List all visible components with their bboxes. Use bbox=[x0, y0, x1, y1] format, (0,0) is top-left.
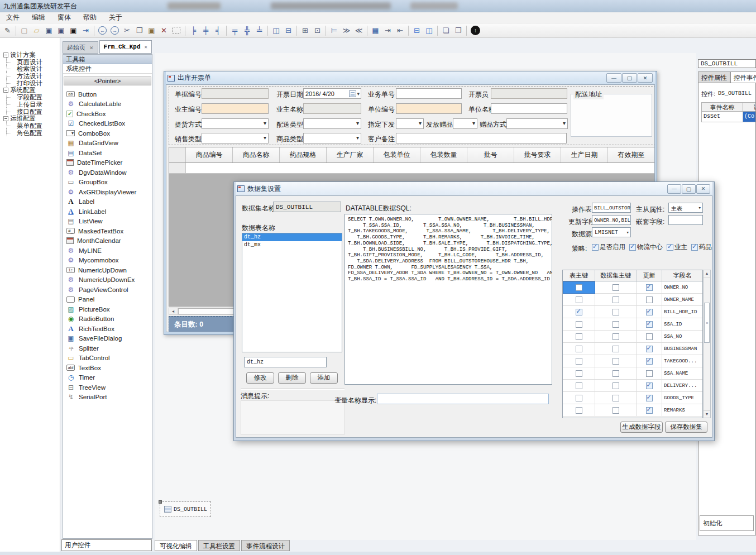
toolbox-item[interactable]: ◉RadioButton bbox=[63, 314, 151, 324]
grid-column-header[interactable]: 批号要求 bbox=[514, 147, 561, 162]
tray-dataset-component[interactable]: DS_OUTBILL bbox=[160, 501, 211, 517]
send-back-icon[interactable]: ❐ bbox=[452, 25, 464, 36]
delete-button[interactable]: 删除 bbox=[278, 372, 306, 384]
chevron-down-icon[interactable]: ▾ bbox=[357, 91, 361, 97]
same-width-icon[interactable]: ◫ bbox=[270, 25, 282, 36]
user-controls-header[interactable]: 用户控件 bbox=[61, 539, 152, 551]
checkbox-icon[interactable] bbox=[613, 346, 619, 352]
table-cell[interactable] bbox=[595, 404, 637, 417]
align-right-icon[interactable]: ╡ bbox=[212, 25, 224, 36]
toolbox-item[interactable]: ⊟TreeView bbox=[63, 382, 151, 393]
checkbox-icon[interactable] bbox=[646, 333, 653, 340]
checkbox-icon[interactable] bbox=[646, 284, 653, 291]
checkbox-icon[interactable] bbox=[646, 321, 653, 328]
list-item[interactable]: dt_hz bbox=[242, 233, 342, 241]
back-icon[interactable]: ← bbox=[98, 26, 107, 35]
tab-visual-edit[interactable]: 可视化编辑 bbox=[155, 540, 197, 551]
toolbox-item[interactable]: MonthCalendar bbox=[63, 236, 151, 246]
table-cell[interactable] bbox=[637, 355, 662, 367]
table-cell[interactable] bbox=[563, 306, 595, 318]
master-combobox[interactable]: 主表 bbox=[668, 203, 703, 213]
toolbox-item[interactable]: ◷Timer bbox=[63, 373, 151, 383]
save-as-icon[interactable]: ▣ bbox=[55, 25, 67, 36]
checkbox-icon[interactable] bbox=[613, 407, 619, 414]
toolbox-item[interactable]: ⚙AxGRDisplayViewer bbox=[63, 187, 151, 197]
maximize-button[interactable] bbox=[622, 73, 637, 83]
toolbox-item[interactable]: ☑CheckedListBox bbox=[63, 119, 151, 129]
scrollbar-thumb[interactable]: ≡ bbox=[704, 303, 710, 343]
delete-icon[interactable]: ✕ bbox=[158, 25, 170, 36]
table-cell[interactable] bbox=[637, 331, 662, 343]
checkbox-icon[interactable] bbox=[646, 395, 653, 401]
checkbox-icon[interactable] bbox=[667, 244, 673, 251]
toolbox-item[interactable]: ▤ListView bbox=[63, 217, 151, 227]
tree-node[interactable]: 角色配置 bbox=[0, 130, 60, 137]
menu-item[interactable]: 帮助 bbox=[77, 12, 103, 23]
align-center-icon[interactable]: ╪ bbox=[200, 25, 212, 36]
pickup-mode-combobox[interactable] bbox=[202, 118, 269, 129]
toolbox-item[interactable]: 1↕NumericUpDown bbox=[63, 265, 151, 275]
table-cell[interactable] bbox=[563, 404, 595, 417]
same-height-icon[interactable]: ⊟ bbox=[283, 25, 294, 36]
menu-item[interactable]: 窗体 bbox=[51, 12, 77, 23]
event-name-cell[interactable]: DsSet bbox=[702, 112, 743, 122]
toolbox-item[interactable]: ▤DataSet bbox=[63, 148, 151, 158]
calendar-icon[interactable] bbox=[349, 90, 356, 97]
grid-column-header[interactable]: 生产日期 bbox=[561, 147, 608, 162]
col-width-icon[interactable]: ▦ bbox=[370, 25, 381, 36]
delivery-type-combobox[interactable] bbox=[303, 118, 361, 129]
col-insert-icon[interactable]: ⇥ bbox=[382, 25, 394, 36]
checkbox-icon[interactable] bbox=[646, 309, 653, 315]
tab-control-properties[interactable]: 控件属性 bbox=[698, 71, 730, 83]
align-middle-icon[interactable]: ╬ bbox=[241, 25, 253, 36]
table-cell[interactable] bbox=[563, 331, 595, 343]
toolbox-item[interactable]: ⚙CalculateLable bbox=[63, 99, 151, 109]
var-display-field[interactable] bbox=[377, 394, 549, 404]
grid-column-header[interactable]: 商品名称 bbox=[233, 147, 280, 162]
table-row[interactable]: OWNER_NO bbox=[563, 281, 702, 294]
checkbox-icon[interactable] bbox=[613, 333, 619, 340]
toolbox-item[interactable]: ARichTextBox bbox=[63, 324, 151, 334]
tab-toolbar-settings[interactable]: 工具栏设置 bbox=[198, 540, 241, 551]
paste-icon[interactable]: ▣ bbox=[146, 25, 157, 36]
maximize-button[interactable] bbox=[682, 184, 696, 194]
align-bottom-icon[interactable]: ╧ bbox=[253, 25, 265, 36]
toolbox-item-pointer[interactable]: <Pointer> bbox=[64, 76, 151, 85]
op-table-field[interactable]: BILL_OUTSTORE bbox=[592, 203, 631, 213]
checkbox-icon[interactable] bbox=[613, 395, 619, 401]
toolbox-item[interactable]: ⚙NumericUpDownEx bbox=[63, 275, 151, 285]
dialog-title-bar[interactable]: 数据集设置 bbox=[236, 182, 712, 195]
scroll-down-icon[interactable] bbox=[704, 410, 710, 418]
table-cell[interactable] bbox=[595, 318, 637, 331]
toolbox-item[interactable]: ALinkLabel bbox=[63, 207, 151, 217]
sale-type-combobox[interactable] bbox=[202, 133, 269, 143]
toolbox-item[interactable]: ▾ComboBox bbox=[63, 128, 151, 138]
policy-option[interactable]: 业主 bbox=[667, 243, 687, 251]
field-table-scrollbar[interactable]: ≡ bbox=[703, 270, 711, 418]
table-cell[interactable] bbox=[595, 392, 637, 404]
toolbox-item[interactable]: ✔CheckBox bbox=[63, 109, 151, 119]
tab-event-flow-design[interactable]: 事件流程设计 bbox=[241, 540, 290, 551]
collapse-icon[interactable] bbox=[3, 88, 8, 93]
tree-node[interactable]: 方法设计 bbox=[0, 73, 60, 80]
table-cell[interactable] bbox=[637, 343, 662, 355]
checkbox-icon[interactable] bbox=[613, 321, 619, 328]
toolbox-item[interactable]: DateTimePicker bbox=[63, 158, 151, 168]
table-cell[interactable] bbox=[595, 306, 637, 318]
pencil-icon[interactable]: ✎ bbox=[2, 25, 13, 36]
center-in-form-icon[interactable]: ⊡ bbox=[312, 25, 323, 36]
checkbox-icon[interactable] bbox=[592, 244, 599, 251]
toolbox-item[interactable]: ⚙PageViewControl bbox=[63, 285, 151, 295]
collapse-icon[interactable] bbox=[3, 116, 8, 121]
toolbox-item[interactable]: ⚙MyLINE bbox=[63, 246, 151, 256]
table-cell[interactable] bbox=[595, 355, 637, 367]
operator-field[interactable] bbox=[491, 88, 567, 99]
table-cell[interactable] bbox=[637, 404, 662, 417]
goods-type-combobox[interactable] bbox=[303, 133, 361, 143]
tree-node[interactable]: 系统配置 bbox=[0, 87, 60, 94]
table-cell[interactable] bbox=[637, 392, 662, 404]
bring-front-icon[interactable]: ❏ bbox=[440, 25, 452, 36]
close-icon[interactable] bbox=[89, 44, 94, 51]
checkbox-icon[interactable] bbox=[646, 296, 653, 303]
table-row[interactable]: TAKEGOOD... bbox=[563, 355, 702, 367]
